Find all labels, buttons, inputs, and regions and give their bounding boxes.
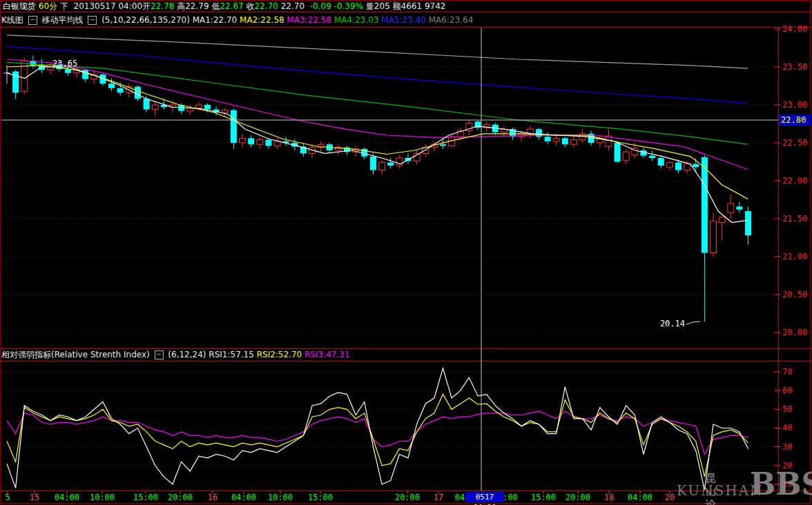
svg-text:20.50: 20.50 — [782, 290, 807, 299]
open-value: 22.78 — [151, 1, 177, 11]
rsi-grid-layer — [2, 372, 777, 484]
time-label: :00 — [503, 493, 518, 502]
change-value: -0.09 — [310, 1, 334, 11]
trading-terminal-window: 24.0023.5023.0022.5022.0021.5021.0020.50… — [0, 0, 812, 505]
ma4-value: MA4:23.03 — [334, 15, 381, 25]
high-value: 22.79 — [185, 1, 211, 11]
ma-title: 移动平均线 — [39, 15, 86, 25]
open-label: 开 — [142, 1, 151, 11]
rsi-axis: 70605040302010 — [774, 367, 792, 489]
time-label: 20:00 — [168, 493, 193, 502]
time-label: 10:00 — [268, 493, 293, 502]
chart-canvas[interactable]: 24.0023.5023.0022.5022.0021.5021.0020.50… — [0, 0, 812, 505]
time-label: 16 — [208, 493, 218, 502]
time-label: 15:00 — [308, 493, 333, 502]
ma-params: (5,10,22,66,135,270) — [99, 15, 192, 25]
svg-text:60: 60 — [782, 386, 792, 395]
svg-text:20.14: 20.14 — [660, 319, 685, 328]
time-label: 5 — [5, 493, 10, 502]
low-value: 22.67 — [220, 1, 246, 11]
rsi1-value: RSI1:57.15 — [209, 350, 256, 359]
svg-text:22.50: 22.50 — [782, 138, 807, 148]
price-annotations: 23.6520.14 — [52, 59, 700, 328]
kline-title: K线图 — [1, 15, 26, 25]
time-label: 15:00 — [133, 493, 158, 502]
main-grid-layer — [2, 29, 777, 333]
svg-text:22.00: 22.00 — [782, 176, 807, 186]
amount-label: 额 — [393, 1, 401, 11]
time-label: 20 — [665, 493, 675, 502]
ma1-value: MA1:22.70 — [193, 15, 240, 25]
volume-label: 量 — [366, 1, 374, 11]
ma2-value: MA2:22.58 — [240, 15, 287, 25]
time-axis: 51504:0010:0015:0020:001604:0010:0015:00… — [0, 492, 812, 504]
time-label: 10:00 — [90, 493, 115, 502]
svg-text:21.50: 21.50 — [782, 214, 807, 224]
last-price: 22.70 — [281, 1, 310, 11]
svg-text:23.50: 23.50 — [782, 62, 807, 72]
rsi-collapse-button[interactable]: − — [155, 350, 164, 359]
bar-datetime: 20130517 04:00 — [74, 1, 142, 11]
ma3-value: MA3:22.58 — [287, 15, 334, 25]
time-label: 04:00 — [628, 493, 652, 502]
kline-ma-indicator-bar: K线图 − 移动平均线 − (5,10,22,66,135,270) MA1:2… — [0, 14, 812, 26]
time-label: 20:00 — [566, 493, 590, 502]
low-label: 低 — [211, 1, 220, 11]
time-label: 04:00 — [231, 493, 256, 502]
ma-lines-layer — [7, 35, 748, 223]
close-label: 收 — [246, 1, 255, 11]
rsi-params: (6,12,24) — [166, 350, 209, 359]
selected-bar-time-highlight: 0517 04:00 — [465, 492, 504, 502]
instrument-name: 白银现货 — [3, 1, 39, 11]
time-label: 15 — [30, 493, 39, 502]
ma6-value: MA6:23.64 — [429, 15, 474, 25]
ma5-value: MA5:23.40 — [381, 15, 428, 25]
time-label: 18 — [604, 493, 614, 502]
rsi-indicator-bar: 相对强弱指标(Relative Strenth Index) − (6,12,2… — [0, 349, 812, 360]
svg-text:30: 30 — [782, 442, 792, 452]
time-label: 17 — [434, 493, 443, 502]
amount-value: 4661 9742 — [401, 1, 446, 11]
time-label: 04:00 — [55, 493, 79, 502]
rsi-lines-layer — [7, 368, 748, 491]
quote-info-bar: 白银现货 60分 下 20130517 04:00开22.78 高22.79 低… — [0, 1, 812, 12]
svg-text:23.65: 23.65 — [52, 59, 77, 68]
svg-text:21.00: 21.00 — [782, 252, 807, 261]
svg-text:10: 10 — [782, 479, 792, 489]
direction-label: 下 — [60, 1, 74, 11]
time-label: 20:00 — [395, 493, 420, 502]
rsi2-value: RSI2:52.70 — [257, 350, 304, 359]
close-value: 22.70 — [255, 1, 281, 11]
svg-text:70: 70 — [782, 367, 792, 377]
svg-text:40: 40 — [782, 423, 792, 433]
price-axis: 24.0023.5023.0022.5022.0021.5021.0020.50… — [774, 24, 807, 337]
volume-value: 205 — [374, 1, 393, 11]
svg-text:20.00: 20.00 — [782, 328, 807, 337]
ma-collapse-button[interactable]: − — [88, 16, 97, 25]
kline-collapse-button[interactable]: − — [28, 16, 37, 25]
svg-text:23.00: 23.00 — [782, 100, 807, 110]
svg-text:50: 50 — [782, 404, 792, 414]
svg-text:20: 20 — [782, 461, 792, 471]
rsi3-value: RSI3:47.31 — [304, 350, 350, 359]
high-label: 高 — [177, 1, 185, 11]
change-percent: -0.39% — [334, 1, 366, 11]
time-label: 04 — [455, 493, 465, 502]
rsi-title: 相对强弱指标(Relative Strenth Index) — [1, 350, 153, 359]
period-label: 60分 — [39, 1, 60, 11]
time-label: 15:00 — [531, 493, 556, 502]
svg-text:22.80: 22.80 — [781, 115, 806, 125]
